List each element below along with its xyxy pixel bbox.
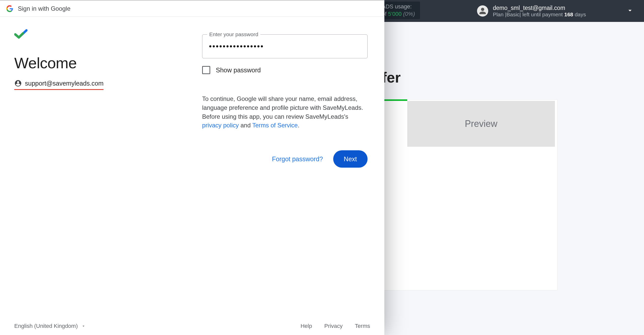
page-title-partial: fer <box>382 69 401 86</box>
next-button[interactable]: Next <box>333 150 368 168</box>
password-field-wrap: Enter your password <box>202 34 370 58</box>
account-menu[interactable]: demo_sml_test@gmail.com Plan |Basic| lef… <box>477 5 634 18</box>
show-password-checkbox[interactable] <box>202 66 210 74</box>
app-logo-icon <box>14 29 27 39</box>
account-plan: Plan |Basic| left until payment 168 days <box>493 11 586 18</box>
forgot-password-link[interactable]: Forgot password? <box>272 155 323 163</box>
google-signin-modal: Sign in with Google Welcome support@save… <box>0 0 384 335</box>
terms-of-service-link[interactable]: Terms of Service <box>252 122 298 129</box>
consent-text: To continue, Google will share your name… <box>202 95 365 130</box>
welcome-heading: Welcome <box>14 54 192 72</box>
user-circle-icon <box>14 79 22 87</box>
fade-overlay <box>0 327 384 335</box>
tab-preview[interactable]: Preview <box>407 101 555 147</box>
account-email: demo_sml_test@gmail.com <box>493 5 586 11</box>
password-label: Enter your password <box>207 31 260 37</box>
privacy-policy-link[interactable]: privacy policy <box>202 122 239 129</box>
google-modal-header: Sign in with Google <box>0 1 384 17</box>
chevron-down-icon[interactable] <box>626 7 634 15</box>
account-chip-email: support@savemyleads.com <box>25 80 104 87</box>
account-chip[interactable]: support@savemyleads.com <box>14 79 104 90</box>
google-logo-icon <box>6 5 13 12</box>
avatar-icon <box>477 5 488 17</box>
google-header-text: Sign in with Google <box>18 5 71 12</box>
usage-pct: (0%) <box>403 11 415 17</box>
usage-label: ADS usage: <box>382 3 412 10</box>
usage-limit: 5'000 <box>388 11 401 17</box>
password-input[interactable] <box>202 34 368 58</box>
show-password-label: Show password <box>216 66 261 74</box>
tab-preview-label: Preview <box>465 118 497 129</box>
